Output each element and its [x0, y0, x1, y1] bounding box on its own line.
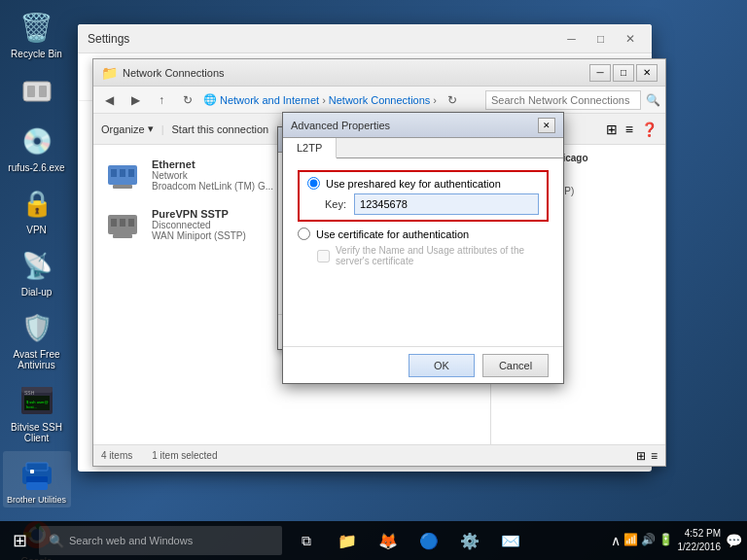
- psk-radio-button[interactable]: [307, 177, 320, 190]
- svg-rect-29: [128, 219, 134, 227]
- desktop-icon-rufus[interactable]: 💿 rufus-2.6.exe: [3, 119, 71, 176]
- netconn-title-text: Network Connections: [123, 67, 589, 79]
- tray-volume-icon[interactable]: 🔊: [641, 533, 656, 548]
- desktop-icon-vpn[interactable]: 🔒 VPN: [3, 181, 71, 238]
- netconn-minimize-button[interactable]: ─: [589, 64, 611, 82]
- recycle-bin-icon: 🗑️: [18, 8, 56, 47]
- advanced-dialog-tabs: L2TP: [283, 138, 563, 158]
- taskbar-tray: ∧ 📶 🔊 🔋 4:52 PM 1/22/2016 💬: [611, 527, 748, 554]
- settings-maximize-button[interactable]: □: [588, 29, 613, 49]
- tray-time: 4:52 PM: [678, 527, 722, 541]
- settings-close-button[interactable]: ✕: [618, 29, 642, 49]
- netconn-folder-icon: 📁: [101, 65, 118, 81]
- cert-radio-button[interactable]: [298, 228, 310, 240]
- desktop-icon-usb[interactable]: [3, 67, 71, 114]
- netconn-window-controls: ─ □ ✕: [589, 64, 658, 82]
- dialup-label: Dial-up: [21, 287, 53, 298]
- cert-radio-row: Use certificate for authentication: [298, 228, 549, 240]
- advanced-tab-l2tp[interactable]: L2TP: [283, 138, 337, 158]
- svg-rect-23: [120, 169, 125, 177]
- taskbar-firefox-button[interactable]: 🦊: [369, 521, 408, 560]
- help-button[interactable]: ❓: [641, 122, 658, 137]
- organize-chevron-icon: ▾: [148, 122, 154, 135]
- psk-highlighted-section: Use preshared key for authentication Key…: [298, 170, 549, 222]
- advanced-ok-button[interactable]: OK: [409, 354, 475, 377]
- svg-rect-27: [111, 219, 117, 227]
- taskbar-settings-button[interactable]: ⚙️: [450, 521, 489, 560]
- advanced-properties-dialog: Advanced Properties ✕ L2TP Use preshared…: [282, 112, 564, 384]
- back-button[interactable]: ◀: [98, 90, 120, 110]
- refresh-button[interactable]: ↻: [177, 90, 198, 110]
- taskbar-search-label: Search web and Windows: [69, 535, 193, 546]
- start-connection-button[interactable]: Start this connection: [172, 123, 269, 135]
- organize-label: Organize: [101, 123, 145, 135]
- key-input-field[interactable]: [354, 193, 539, 215]
- advanced-dialog-footer: OK Cancel: [283, 346, 563, 383]
- tray-date: 1/22/2016: [678, 541, 722, 554]
- settings-titlebar: Settings ─ □ ✕: [78, 24, 652, 53]
- up-button[interactable]: ↑: [151, 90, 172, 110]
- taskbar-task-view-button[interactable]: ⧉: [287, 521, 326, 560]
- verify-check-row: Verify the Name and Usage attributes of …: [317, 245, 549, 266]
- breadcrumb[interactable]: 🌐 Network and Internet › Network Connect…: [203, 93, 437, 106]
- statusbar-view-btn1[interactable]: ⊞: [636, 449, 646, 463]
- bitvise-label: Bitvise SSH Client: [6, 422, 68, 443]
- view-icons-button[interactable]: ⊞: [606, 122, 618, 137]
- settings-window-controls: ─ □ ✕: [559, 29, 642, 49]
- statusbar-view-btn2[interactable]: ≡: [651, 449, 658, 463]
- breadcrumb-connections[interactable]: Network Connections: [329, 94, 431, 106]
- breadcrumb-network[interactable]: Network and Internet: [220, 94, 319, 106]
- svg-rect-12: [30, 470, 34, 473]
- desktop-icons-container: 🗑️ Recycle Bin 💿 rufus-2.6.exe 🔒 VPN 📡 D…: [0, 0, 73, 525]
- usb-icon: [18, 70, 56, 109]
- svg-rect-30: [113, 234, 132, 238]
- svg-rect-10: [26, 463, 48, 471]
- netconn-statusbar: 4 items 1 item selected ⊞ ≡: [93, 444, 665, 466]
- start-button[interactable]: ⊞: [0, 521, 39, 560]
- search-button[interactable]: 🔍: [646, 93, 660, 107]
- purevpn-sstp-icon: [103, 207, 142, 241]
- statusbar-selected: 1 item selected: [152, 450, 217, 461]
- organize-button[interactable]: Organize ▾: [101, 122, 154, 135]
- vpn-label: VPN: [26, 225, 47, 235]
- taskbar-search-box[interactable]: 🔍 Search web and Windows: [39, 526, 282, 555]
- advanced-cancel-button[interactable]: Cancel: [482, 354, 549, 377]
- desktop-icon-bitvise[interactable]: SSH $ ssh user@ host... Bitvise SSH Clie…: [3, 378, 71, 446]
- netconn-close-button[interactable]: ✕: [636, 64, 658, 82]
- action-center-icon[interactable]: 💬: [726, 533, 742, 548]
- verify-check-label: Verify the Name and Usage attributes of …: [336, 245, 549, 266]
- desktop-icon-brother[interactable]: Brother Utilities: [3, 451, 71, 508]
- breadcrumb-refresh-button[interactable]: ↻: [442, 90, 463, 110]
- netconn-maximize-button[interactable]: □: [613, 64, 634, 82]
- svg-rect-2: [39, 86, 47, 97]
- connections-search-input[interactable]: [485, 90, 641, 110]
- view-list-button[interactable]: ≡: [625, 122, 633, 137]
- forward-button[interactable]: ▶: [124, 90, 146, 110]
- brother-icon: [18, 454, 56, 493]
- advanced-dialog-close-button[interactable]: ✕: [538, 118, 555, 133]
- desktop-icon-recycle-bin[interactable]: 🗑️ Recycle Bin: [3, 5, 71, 62]
- key-label: Key:: [325, 198, 346, 210]
- desktop: 🗑️ Recycle Bin 💿 rufus-2.6.exe 🔒 VPN 📡 D…: [0, 0, 747, 560]
- key-input-row: Key:: [325, 193, 539, 215]
- taskbar-file-explorer-button[interactable]: 📁: [328, 521, 367, 560]
- ethernet-icon: [103, 158, 142, 192]
- svg-rect-25: [113, 185, 132, 189]
- verify-checkbox[interactable]: [317, 250, 330, 262]
- taskbar-app4-button[interactable]: 🔵: [409, 521, 448, 560]
- tray-arrow-icon[interactable]: ∧: [611, 533, 621, 548]
- avast-icon: 🛡️: [18, 308, 56, 347]
- tray-battery-icon[interactable]: 🔋: [658, 533, 673, 548]
- tray-clock[interactable]: 4:52 PM 1/22/2016: [678, 527, 722, 554]
- desktop-icon-dialup[interactable]: 📡 Dial-up: [3, 243, 71, 300]
- settings-minimize-button[interactable]: ─: [559, 29, 584, 49]
- tray-network-icon[interactable]: 📶: [623, 533, 638, 548]
- taskbar-app-icons: ⧉ 📁 🦊 🔵 ⚙️ ✉️: [287, 521, 530, 560]
- statusbar-items: 4 items: [101, 450, 132, 461]
- bitvise-icon: SSH $ ssh user@ host...: [18, 381, 56, 420]
- desktop-icon-avast[interactable]: 🛡️ Avast Free Antivirus: [3, 305, 71, 373]
- taskbar-mail-button[interactable]: ✉️: [491, 521, 530, 560]
- advanced-dialog-titlebar: Advanced Properties ✕: [283, 113, 563, 138]
- psk-radio-row: Use preshared key for authentication: [307, 177, 539, 190]
- advanced-dialog-content: Use preshared key for authentication Key…: [283, 158, 563, 278]
